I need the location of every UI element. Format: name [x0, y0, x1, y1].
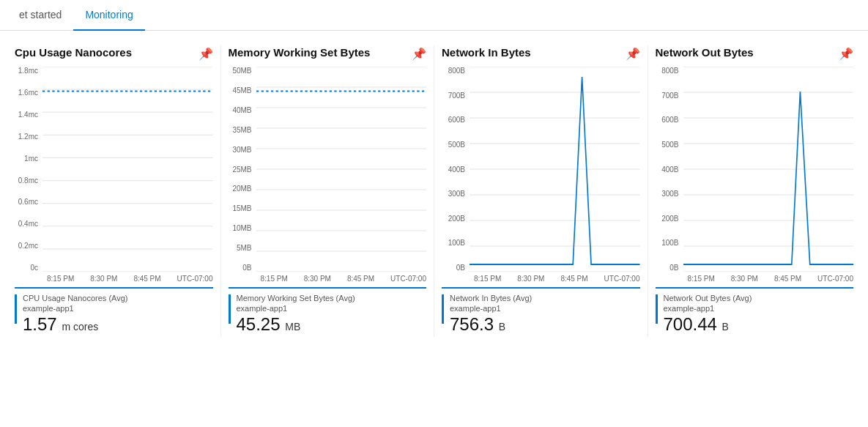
legend-sub-memory: example-app1	[237, 304, 427, 313]
legend-sub-cpu: example-app1	[23, 304, 213, 313]
x-axis-label: 8:45 PM	[774, 275, 801, 283]
pin-icon-cpu[interactable]: 📌	[199, 47, 213, 61]
chart-svg-memory	[256, 67, 427, 272]
tab-get-started[interactable]: et started	[7, 0, 73, 31]
x-axis-label: 8:30 PM	[304, 275, 331, 283]
y-axis-network-in: 0B100B200B300B400B500B600B700B800B	[442, 67, 470, 272]
x-axis-label: UTC-07:00	[177, 275, 213, 283]
legend-name-memory: Memory Working Set Bytes (Avg)	[237, 293, 427, 304]
x-axis-cpu: 8:15 PM8:30 PM8:45 PMUTC-07:00	[15, 275, 213, 283]
pin-icon-network-in[interactable]: 📌	[626, 47, 640, 61]
chart-panel-cpu: Cpu Usage Nanocores📌0c0.2mc0.4mc0.6mc0.8…	[7, 45, 221, 337]
y-axis-label: 50MB	[229, 67, 252, 75]
chart-plot-cpu	[42, 67, 213, 272]
x-axis-label: 8:30 PM	[517, 275, 544, 283]
legend-memory: Memory Working Set Bytes (Avg)example-ap…	[229, 287, 427, 337]
tab-monitoring[interactable]: Monitoring	[73, 0, 144, 31]
x-axis-label: 8:45 PM	[347, 275, 374, 283]
chart-panel-memory: Memory Working Set Bytes📌0B5MB10MB15MB20…	[221, 45, 435, 337]
legend-sub-network-in: example-app1	[450, 304, 640, 313]
chart-plot-network-out	[683, 67, 854, 272]
x-axis-network-in: 8:15 PM8:30 PM8:45 PMUTC-07:00	[442, 275, 640, 283]
chart-area-cpu: 0c0.2mc0.4mc0.6mc0.8mc1mc1.2mc1.4mc1.6mc…	[15, 67, 213, 272]
legend-bar-memory	[229, 294, 231, 324]
y-axis-label: 25MB	[229, 166, 252, 174]
y-axis-label: 1.6mc	[15, 89, 38, 97]
legend-bar-network-out	[656, 294, 658, 324]
y-axis-label: 5MB	[229, 244, 252, 252]
chart-header-network-in: Network In Bytes📌	[442, 45, 640, 61]
legend-value-network-in: 756.3 B	[450, 314, 640, 335]
chart-area-memory: 0B5MB10MB15MB20MB25MB30MB35MB40MB45MB50M…	[229, 67, 427, 272]
y-axis-network-out: 0B100B200B300B400B500B600B700B800B	[656, 67, 683, 272]
y-axis-label: 200B	[442, 215, 465, 223]
y-axis-label: 0B	[442, 264, 465, 272]
y-axis-label: 600B	[442, 116, 465, 124]
y-axis-label: 0B	[229, 264, 252, 272]
legend-info-cpu: CPU Usage Nanocores (Avg)example-app11.5…	[23, 293, 213, 335]
legend-info-memory: Memory Working Set Bytes (Avg)example-ap…	[237, 293, 427, 335]
tab-bar: et started Monitoring	[0, 0, 868, 31]
y-axis-label: 30MB	[229, 146, 252, 154]
x-axis-network-out: 8:15 PM8:30 PM8:45 PMUTC-07:00	[656, 275, 854, 283]
y-axis-label: 600B	[656, 116, 679, 124]
y-axis-label: 700B	[656, 92, 679, 100]
y-axis-label: 800B	[656, 67, 679, 75]
legend-unit-cpu: m cores	[62, 321, 98, 333]
y-axis-label: 45MB	[229, 86, 252, 94]
chart-panel-network-out: Network Out Bytes📌0B100B200B300B400B500B…	[648, 45, 861, 337]
x-axis-label: 8:15 PM	[261, 275, 288, 283]
y-axis-label: 100B	[656, 239, 679, 247]
y-axis-label: 1.8mc	[15, 67, 38, 75]
x-axis-label: UTC-07:00	[817, 275, 853, 283]
y-axis-label: 500B	[442, 141, 465, 149]
x-axis-label: 8:30 PM	[90, 275, 117, 283]
y-axis-label: 35MB	[229, 126, 252, 134]
y-axis-label: 0.2mc	[15, 242, 38, 250]
x-axis-label: UTC-07:00	[604, 275, 640, 283]
legend-network-in: Network In Bytes (Avg)example-app1756.3 …	[442, 287, 640, 337]
y-axis-label: 300B	[442, 190, 465, 198]
chart-header-cpu: Cpu Usage Nanocores📌	[15, 45, 213, 61]
legend-network-out: Network Out Bytes (Avg)example-app1700.4…	[656, 287, 854, 337]
y-axis-label: 800B	[442, 67, 465, 75]
y-axis-memory: 0B5MB10MB15MB20MB25MB30MB35MB40MB45MB50M…	[229, 67, 256, 272]
x-axis-label: 8:15 PM	[47, 275, 74, 283]
legend-value-network-out: 700.44 B	[664, 314, 854, 335]
chart-area-network-in: 0B100B200B300B400B500B600B700B800B	[442, 67, 640, 272]
legend-sub-network-out: example-app1	[664, 304, 854, 313]
y-axis-label: 0.8mc	[15, 177, 38, 185]
x-axis-memory: 8:15 PM8:30 PM8:45 PMUTC-07:00	[229, 275, 427, 283]
y-axis-label: 0.4mc	[15, 220, 38, 228]
legend-unit-network-out: B	[722, 321, 729, 333]
legend-name-network-out: Network Out Bytes (Avg)	[664, 293, 854, 304]
x-axis-label: 8:15 PM	[688, 275, 715, 283]
y-axis-label: 20MB	[229, 185, 252, 193]
y-axis-label: 700B	[442, 92, 465, 100]
chart-panel-network-in: Network In Bytes📌0B100B200B300B400B500B6…	[434, 45, 648, 337]
y-axis-label: 1mc	[15, 155, 38, 163]
legend-name-network-in: Network In Bytes (Avg)	[450, 293, 640, 304]
chart-plot-network-in	[470, 67, 640, 272]
legend-unit-network-in: B	[499, 321, 505, 333]
chart-title-network-in: Network In Bytes	[442, 45, 531, 60]
chart-area-network-out: 0B100B200B300B400B500B600B700B800B	[656, 67, 854, 272]
chart-title-cpu: Cpu Usage Nanocores	[15, 45, 132, 60]
x-axis-label: 8:30 PM	[731, 275, 758, 283]
chart-header-memory: Memory Working Set Bytes📌	[229, 45, 427, 61]
y-axis-label: 0c	[15, 264, 38, 272]
y-axis-label: 0B	[656, 264, 679, 272]
legend-unit-memory: MB	[285, 321, 300, 333]
y-axis-label: 1.2mc	[15, 133, 38, 141]
y-axis-label: 0.6mc	[15, 198, 38, 206]
chart-svg-network-out	[683, 67, 854, 272]
chart-svg-network-in	[470, 67, 640, 272]
legend-name-cpu: CPU Usage Nanocores (Avg)	[23, 293, 213, 304]
y-axis-label: 200B	[656, 215, 679, 223]
chart-plot-memory	[256, 67, 427, 272]
charts-container: Cpu Usage Nanocores📌0c0.2mc0.4mc0.6mc0.8…	[0, 31, 868, 344]
y-axis-label: 15MB	[229, 204, 252, 212]
pin-icon-network-out[interactable]: 📌	[839, 47, 853, 61]
x-axis-label: 8:15 PM	[474, 275, 501, 283]
pin-icon-memory[interactable]: 📌	[412, 47, 426, 61]
